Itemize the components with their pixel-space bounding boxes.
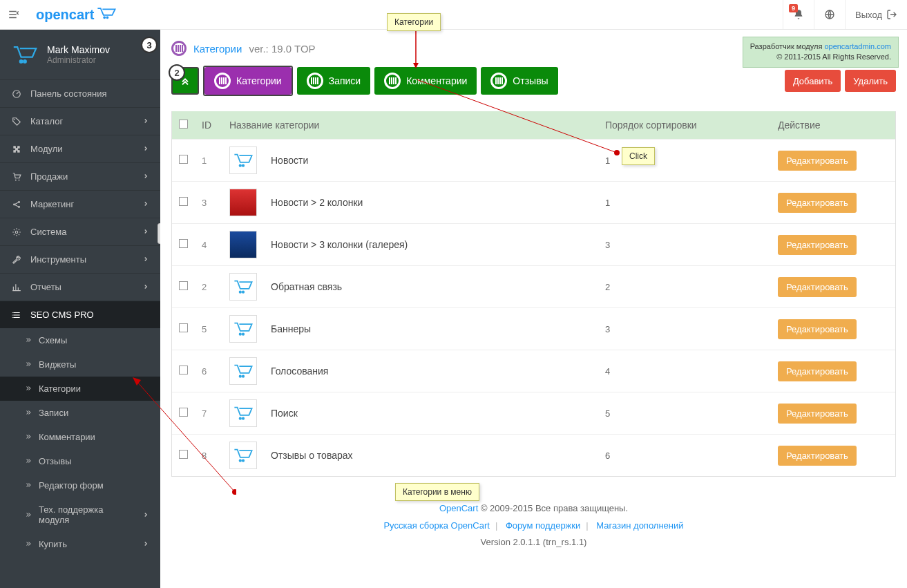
- row-checkbox[interactable]: [179, 366, 188, 374]
- subnav-item[interactable]: Комментарии: [0, 425, 160, 449]
- subnav-item[interactable]: Категории: [0, 377, 160, 401]
- svg-point-7: [15, 179, 17, 180]
- table-row: 6Голосования4Редактировать: [172, 350, 895, 392]
- subnav-item[interactable]: Купить: [0, 532, 160, 556]
- add-button[interactable]: Добавить: [785, 70, 841, 92]
- footer: OpenCart © 2009-2015 Все права защищены.…: [160, 486, 907, 565]
- help-button[interactable]: [814, 0, 845, 29]
- svg-point-28: [240, 417, 242, 419]
- chevron-right-icon: [142, 227, 149, 237]
- nav-label: Модули: [30, 144, 63, 154]
- edit-button[interactable]: Редактировать: [778, 193, 857, 213]
- row-checkbox[interactable]: [179, 408, 188, 417]
- nav-label: Отчеты: [30, 282, 61, 292]
- subnav-label: Схемы: [39, 335, 67, 345]
- svg-point-26: [240, 375, 242, 377]
- svg-point-25: [242, 333, 245, 335]
- tab-label: Отзывы: [513, 75, 548, 86]
- edit-button[interactable]: Редактировать: [778, 404, 857, 424]
- svg-point-24: [240, 333, 242, 335]
- tag-icon: [11, 117, 22, 126]
- logo[interactable]: opencart: [36, 7, 116, 23]
- footer-link-addons[interactable]: Магазин дополнений: [596, 520, 683, 531]
- footer-link-russian[interactable]: Русская сборка OpenCart: [383, 520, 489, 531]
- svg-point-6: [14, 119, 15, 120]
- edit-button[interactable]: Редактировать: [778, 446, 857, 466]
- chevron-right-icon: [142, 510, 149, 520]
- nav-label: Инструменты: [30, 254, 86, 265]
- logout-button[interactable]: Выход: [845, 0, 907, 29]
- select-all-checkbox[interactable]: [179, 120, 188, 129]
- row-checkbox[interactable]: [179, 239, 188, 248]
- edit-button[interactable]: Редактировать: [778, 361, 857, 381]
- header-name[interactable]: Название категории: [222, 111, 598, 140]
- annotation-badge-2: 2: [169, 64, 185, 81]
- double-chevron-right-icon: [25, 408, 32, 418]
- wrench-icon: [11, 255, 22, 265]
- nav-item-share[interactable]: Маркетинг: [0, 190, 160, 218]
- header-action: Действие: [771, 111, 895, 140]
- subnav-item[interactable]: Записи: [0, 401, 160, 425]
- tab-records[interactable]: Записи: [297, 67, 370, 95]
- signout-icon: [886, 9, 897, 20]
- row-checkbox[interactable]: [179, 450, 188, 459]
- edit-button[interactable]: Редактировать: [778, 235, 857, 255]
- nav-item-tag[interactable]: Каталог: [0, 107, 160, 135]
- tab-comments[interactable]: Комментарии: [374, 67, 477, 95]
- subnav-item[interactable]: Тех. поддержка модуля: [0, 497, 160, 532]
- row-checkbox[interactable]: [179, 281, 188, 290]
- bars-icon: [214, 73, 231, 89]
- tab-categories[interactable]: Категории: [204, 67, 292, 95]
- nav-item-chart[interactable]: Отчеты: [0, 273, 160, 301]
- header-sort[interactable]: Порядок сортировки: [598, 111, 771, 140]
- nav-item-list[interactable]: SEO CMS PRO: [0, 301, 160, 328]
- sidebar-toggle[interactable]: [0, 8, 28, 21]
- row-checkbox[interactable]: [179, 155, 188, 164]
- delete-button[interactable]: Удалить: [845, 70, 896, 92]
- header-id[interactable]: ID: [195, 111, 222, 140]
- edit-button[interactable]: Редактировать: [778, 319, 857, 339]
- row-sort: 6: [598, 435, 771, 477]
- cart-icon: [97, 7, 116, 23]
- chevron-right-icon: [142, 144, 149, 154]
- chevron-right-icon: [142, 254, 149, 265]
- subnav-label: Купить: [39, 539, 67, 549]
- category-thumbnail: [229, 189, 257, 216]
- tab-reviews[interactable]: Отзывы: [481, 67, 557, 95]
- svg-point-13: [12, 312, 13, 312]
- nav-item-wrench[interactable]: Инструменты: [0, 245, 160, 273]
- edit-button[interactable]: Редактировать: [778, 151, 857, 171]
- subnav-item[interactable]: Виджеты: [0, 352, 160, 377]
- logout-label: Выход: [855, 10, 882, 20]
- row-sort: 3: [598, 308, 771, 350]
- subnav-label: Отзывы: [39, 456, 72, 466]
- list-icon: [171, 41, 187, 56]
- category-thumbnail: [229, 273, 257, 301]
- double-chevron-right-icon: [25, 480, 32, 491]
- edit-button[interactable]: Редактировать: [778, 277, 857, 297]
- dev-link[interactable]: opencartadmin.com: [824, 42, 891, 50]
- svg-point-27: [242, 375, 245, 377]
- footer-link-forum[interactable]: Форум поддержки: [506, 520, 580, 531]
- nav-item-cart[interactable]: Продажи: [0, 162, 160, 190]
- row-checkbox[interactable]: [179, 197, 188, 206]
- topbar: opencart 9 Выход: [0, 0, 907, 30]
- double-chevron-right-icon: [25, 359, 32, 370]
- nav-item-puzzle[interactable]: Модули: [0, 135, 160, 162]
- version-label: ver.: 19.0 TOP: [249, 43, 315, 55]
- subnav-item[interactable]: Схемы: [0, 328, 160, 352]
- row-checkbox[interactable]: [179, 323, 188, 332]
- menu-toggle-icon: [8, 8, 20, 21]
- svg-point-12: [15, 231, 18, 234]
- subnav-item[interactable]: Отзывы: [0, 449, 160, 473]
- notifications-button[interactable]: 9: [783, 0, 814, 29]
- nav-item-dashboard[interactable]: Панель состояния: [0, 79, 160, 107]
- footer-copyright: © 2009-2015 Все права защищены.: [478, 503, 628, 513]
- chart-icon: [11, 283, 22, 292]
- row-name: Баннеры: [264, 308, 598, 350]
- footer-opencart-link[interactable]: OpenCart: [439, 503, 478, 513]
- nav-item-gear[interactable]: Система: [0, 218, 160, 245]
- subnav-item[interactable]: Редактор форм: [0, 473, 160, 497]
- bars-icon: [307, 73, 323, 89]
- double-chevron-right-icon: [25, 383, 32, 394]
